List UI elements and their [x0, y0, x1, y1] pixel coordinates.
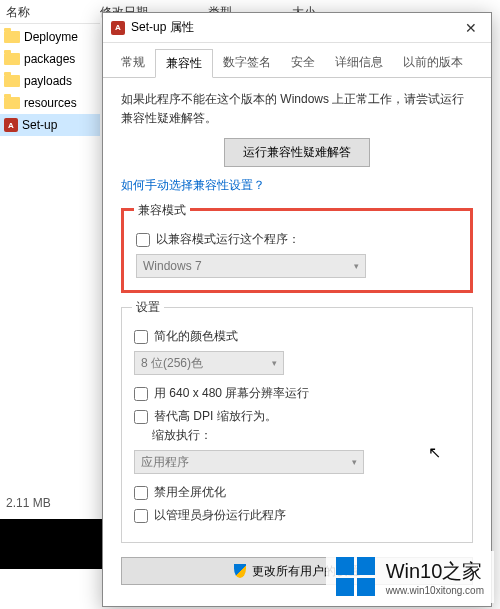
file-size-label: 2.11 MB — [6, 496, 51, 510]
dpi-override-checkbox[interactable] — [134, 410, 148, 424]
watermark-title: Win10之家 — [386, 558, 484, 585]
file-row[interactable]: resources — [0, 92, 100, 114]
file-explorer: 名称 Deployme packages payloads resources … — [0, 0, 100, 530]
file-row[interactable]: packages — [0, 48, 100, 70]
file-row[interactable]: ASet-up — [0, 114, 100, 136]
file-name: Set-up — [22, 118, 57, 132]
intro-text: 如果此程序不能在这个版本的 Windows 上正常工作，请尝试运行兼容性疑难解答… — [121, 90, 473, 128]
tab-strip: 常规 兼容性 数字签名 安全 详细信息 以前的版本 — [103, 43, 491, 78]
dpi-sub-label: 缩放执行： — [152, 427, 212, 444]
group-title: 设置 — [132, 299, 164, 316]
explorer-column-headers: 名称 — [0, 0, 100, 24]
tab-general[interactable]: 常规 — [111, 49, 155, 77]
file-name: Deployme — [24, 30, 78, 44]
watermark: Win10之家 www.win10xitong.com — [326, 551, 494, 603]
folder-icon — [4, 97, 20, 109]
col-name[interactable]: 名称 — [0, 0, 36, 23]
chevron-down-icon: ▾ — [352, 457, 357, 467]
reduced-color-label: 简化的颜色模式 — [154, 328, 238, 345]
watermark-url: www.win10xitong.com — [386, 585, 484, 596]
fullscreen-opt-label: 禁用全屏优化 — [154, 484, 226, 501]
dpi-override-label: 替代高 DPI 缩放行为。 — [154, 408, 277, 425]
fullscreen-opt-checkbox[interactable] — [134, 486, 148, 500]
help-link[interactable]: 如何手动选择兼容性设置？ — [121, 177, 265, 194]
file-row[interactable]: payloads — [0, 70, 100, 92]
properties-dialog: A Set-up 属性 ✕ 常规 兼容性 数字签名 安全 详细信息 以前的版本 … — [102, 12, 492, 607]
tab-signatures[interactable]: 数字签名 — [213, 49, 281, 77]
select-value: 8 位(256)色 — [141, 355, 203, 372]
troubleshoot-button[interactable]: 运行兼容性疑难解答 — [224, 138, 370, 167]
app-icon: A — [4, 118, 18, 132]
compat-mode-checkbox[interactable] — [136, 233, 150, 247]
res-640-checkbox[interactable] — [134, 387, 148, 401]
tab-security[interactable]: 安全 — [281, 49, 325, 77]
res-640-label: 用 640 x 480 屏幕分辨率运行 — [154, 385, 309, 402]
dpi-scaling-select[interactable]: 应用程序 ▾ — [134, 450, 364, 474]
dialog-title: Set-up 属性 — [131, 19, 459, 36]
shield-icon — [234, 564, 246, 578]
compat-mode-group: 兼容模式 以兼容模式运行这个程序： Windows 7 ▾ — [121, 208, 473, 293]
close-icon[interactable]: ✕ — [459, 20, 483, 36]
group-title: 兼容模式 — [134, 202, 190, 219]
color-depth-select[interactable]: 8 位(256)色 ▾ — [134, 351, 284, 375]
select-value: Windows 7 — [143, 259, 202, 273]
file-name: packages — [24, 52, 75, 66]
file-name: resources — [24, 96, 77, 110]
folder-icon — [4, 53, 20, 65]
app-icon: A — [111, 21, 125, 35]
settings-group: 设置 简化的颜色模式 8 位(256)色 ▾ 用 640 x 480 屏幕分辨率… — [121, 307, 473, 543]
run-as-admin-label: 以管理员身份运行此程序 — [154, 507, 286, 524]
chevron-down-icon: ▾ — [354, 261, 359, 271]
compat-mode-label: 以兼容模式运行这个程序： — [156, 231, 300, 248]
folder-icon — [4, 75, 20, 87]
folder-icon — [4, 31, 20, 43]
tab-previous[interactable]: 以前的版本 — [393, 49, 473, 77]
file-name: payloads — [24, 74, 72, 88]
run-as-admin-checkbox[interactable] — [134, 509, 148, 523]
compat-os-select[interactable]: Windows 7 ▾ — [136, 254, 366, 278]
chevron-down-icon: ▾ — [272, 358, 277, 368]
titlebar[interactable]: A Set-up 属性 ✕ — [103, 13, 491, 43]
reduced-color-checkbox[interactable] — [134, 330, 148, 344]
select-value: 应用程序 — [141, 454, 189, 471]
windows-logo-icon — [336, 557, 376, 597]
file-row[interactable]: Deployme — [0, 26, 100, 48]
tab-compatibility[interactable]: 兼容性 — [155, 49, 213, 78]
tab-details[interactable]: 详细信息 — [325, 49, 393, 77]
